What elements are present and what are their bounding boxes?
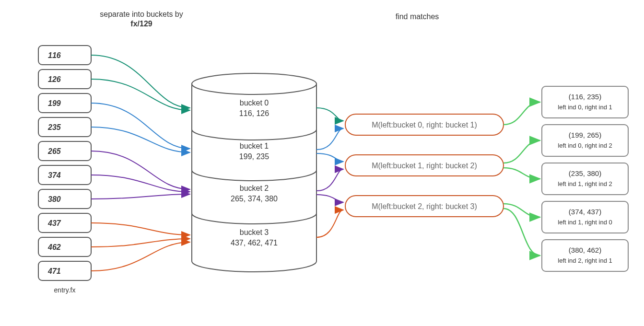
svg-rect-16: [542, 86, 628, 118]
result-1-pair: (199, 265): [569, 131, 601, 139]
bucket-2-title: bucket 2: [240, 184, 269, 192]
result-column: (116, 235) left ind 0, right ind 1 (199,…: [542, 86, 628, 271]
entry-3: 235: [47, 123, 61, 131]
bucket-3-values: 437, 462, 471: [231, 239, 278, 247]
entries-caption: entry.fx: [54, 286, 76, 294]
svg-rect-7: [38, 213, 91, 233]
result-4-pair: (380, 462): [569, 246, 601, 254]
arrow-e7-b3: [91, 223, 190, 235]
svg-rect-20: [542, 240, 628, 271]
svg-rect-3: [38, 117, 91, 137]
entry-6: 380: [48, 195, 61, 203]
arrow-b2-m2: [316, 195, 343, 202]
bucket-3-title: bucket 3: [240, 228, 269, 236]
svg-rect-0: [38, 46, 91, 65]
arrow-e1-b0: [91, 79, 190, 110]
svg-rect-19: [542, 201, 628, 233]
svg-rect-2: [38, 93, 91, 113]
arrow-m2-r4: [503, 209, 540, 256]
arrow-b1-m0: [316, 128, 343, 150]
entry-9: 471: [47, 267, 61, 275]
arrow-b1-m1: [316, 153, 343, 162]
entry-column: 116 126 199 235 265 374 380 437: [38, 46, 91, 280]
match-ops: M(left:bucket 0, right: bucket 1) M(left…: [345, 114, 503, 217]
svg-rect-18: [542, 163, 628, 195]
arrow-e4-b2: [91, 151, 190, 189]
arrow-e5-b2: [91, 175, 190, 192]
entry-8: 462: [47, 243, 61, 251]
entry-7: 437: [47, 219, 61, 227]
arrow-e3-b1: [91, 127, 190, 152]
result-2-pair: (235, 380): [569, 169, 601, 177]
match-op-2: M(left:bucket 2, right: bucket 3): [372, 202, 477, 210]
svg-rect-8: [38, 237, 91, 256]
svg-rect-17: [542, 125, 628, 156]
svg-rect-1: [38, 70, 91, 89]
result-4-sub: left ind 2, right ind 1: [558, 257, 612, 264]
svg-rect-6: [38, 189, 91, 209]
diagram-svg: separate into buckets by fx/129 find mat…: [0, 0, 644, 326]
bucket-0-title: bucket 0: [240, 99, 269, 107]
entry-2: 199: [48, 99, 61, 107]
svg-rect-9: [38, 261, 91, 280]
match-op-1: M(left:bucket 1, right: bucket 2): [372, 162, 477, 170]
result-3-sub: left ind 1, right ind 0: [558, 219, 612, 226]
match-op-0: M(left:bucket 0, right: bucket 1): [372, 121, 477, 129]
svg-rect-5: [38, 165, 91, 185]
bucket-0-values: 116, 126: [239, 109, 269, 117]
arrow-b2-m1: [316, 169, 343, 191]
arrow-b0-m0: [316, 108, 343, 121]
result-3-pair: (374, 437): [569, 208, 601, 216]
arrow-m1-r1: [503, 140, 540, 163]
bucket-1-values: 199, 235: [239, 152, 269, 161]
arrow-e0-b0: [91, 55, 190, 108]
arrow-m1-r2: [503, 168, 540, 179]
result-1-sub: left ind 0, right ind 2: [558, 142, 612, 149]
entry-4: 265: [47, 147, 61, 155]
title-separate-l2: fx/129: [130, 20, 152, 28]
entry-0: 116: [48, 51, 61, 59]
entry-5: 374: [48, 171, 61, 179]
title-find-matches: find matches: [396, 12, 439, 21]
arrow-m0-r0: [503, 102, 540, 125]
arrow-e2-b1: [91, 103, 190, 149]
arrow-e8-b3: [91, 239, 190, 247]
title-separate-l1: separate into buckets by: [100, 10, 183, 18]
result-0-sub: left ind 0, right ind 1: [558, 104, 612, 111]
bucket-2-values: 265, 374, 380: [231, 195, 278, 203]
arrow-b3-m2: [316, 210, 343, 237]
svg-rect-4: [38, 141, 91, 161]
arrow-e6-b2: [91, 194, 190, 199]
svg-point-12: [192, 73, 316, 94]
bucket-1-title: bucket 1: [240, 142, 269, 150]
result-2-sub: left ind 1, right ind 2: [558, 180, 612, 187]
entry-1: 126: [48, 75, 61, 83]
result-0-pair: (116, 235): [569, 93, 601, 101]
